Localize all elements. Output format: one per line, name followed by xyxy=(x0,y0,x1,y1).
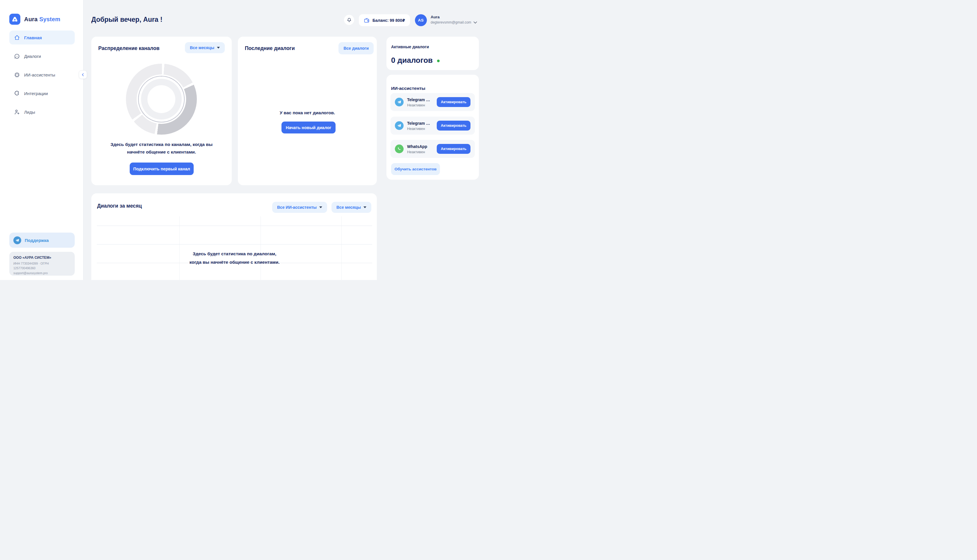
wallet-icon xyxy=(364,17,370,23)
main-content: Добрый вечер, Aura ! Баланс: 99 800₽ AS … xyxy=(83,0,488,280)
aura-logo-icon xyxy=(9,14,20,25)
donut-inner-core xyxy=(147,85,175,113)
all-dialogs-button[interactable]: Все диалоги xyxy=(338,42,373,54)
channels-months-filter[interactable]: Все месяцы xyxy=(185,42,225,53)
monthly-dialogs-card: Диалоги за месяц Все ИИ-ассистенты Все м… xyxy=(91,193,377,280)
sidebar-item-home[interactable]: Главная xyxy=(9,30,75,45)
active-dialogs-card: Активные диалоги 0 диалогов xyxy=(387,37,479,70)
activate-assistant-button[interactable]: Активировать xyxy=(437,97,470,107)
sidebar: Aura System Главная Диалоги ИИ-ассистент… xyxy=(0,0,83,280)
assistant-status: Неактивен xyxy=(407,103,430,107)
avatar: AS xyxy=(415,14,427,26)
brand-primary: Aura xyxy=(24,16,38,22)
caret-down-icon xyxy=(217,47,220,48)
assistants-card-title: ИИ-ассистенты xyxy=(391,86,425,91)
assistant-name: WhatsApp xyxy=(407,144,427,149)
profile-name: Aura xyxy=(431,15,477,19)
company-registration: ИНН 7730344399 · ОГРН 1257700496360 xyxy=(13,261,71,271)
status-dot-icon xyxy=(437,60,440,62)
start-new-dialog-button[interactable]: Начать новый диалог xyxy=(282,122,335,133)
active-dialogs-title: Активные диалоги xyxy=(391,45,429,49)
dialogs-empty-text: У вас пока нет диалогов. xyxy=(238,110,377,115)
assistant-row-telegram-2: Telegram … Неактивен Активировать xyxy=(390,117,475,135)
assistant-name: Telegram … xyxy=(407,121,430,126)
sidebar-nav: Главная Диалоги ИИ-ассистенты Интеграции xyxy=(9,30,75,123)
assistant-name: Telegram … xyxy=(407,97,430,102)
train-assistants-button[interactable]: Обучить ассистентов xyxy=(391,163,440,175)
assistant-row-telegram-1: Telegram … Неактивен Активировать xyxy=(390,93,475,111)
monthly-card-title: Диалоги за месяц xyxy=(97,203,142,209)
notifications-button[interactable] xyxy=(344,15,354,25)
sidebar-item-label: Интеграции xyxy=(24,91,48,96)
brand-secondary: System xyxy=(39,16,60,22)
bell-icon xyxy=(347,17,352,23)
telegram-icon xyxy=(395,98,403,107)
company-email: support@aurasystem.pro xyxy=(13,271,71,275)
whatsapp-icon xyxy=(395,145,403,153)
all-dialogs-button-label: Все диалоги xyxy=(343,46,369,51)
assistant-status: Неактивен xyxy=(407,127,430,131)
sidebar-item-leads[interactable]: Лиды xyxy=(9,105,75,119)
balance-button[interactable]: Баланс: 99 800₽ xyxy=(359,14,410,26)
user-profile-menu[interactable]: AS Aura degterevsmm@gmail.com xyxy=(415,14,477,26)
profile-email: degterevsmm@gmail.com xyxy=(431,20,471,25)
person-plus-icon xyxy=(14,109,20,115)
assistants-filter-label: Все ИИ-ассистенты xyxy=(277,205,317,210)
monthly-empty-text: Здесь будет статистика по диалогам, когд… xyxy=(97,250,372,266)
caret-down-icon xyxy=(319,207,322,208)
active-dialogs-count: 0 диалогов xyxy=(391,56,433,65)
channels-distribution-card: Распределение каналов Все месяцы Здесь б… xyxy=(91,37,232,185)
monthly-empty-line2: когда вы начнёте общение с клиентами. xyxy=(97,258,372,266)
activate-assistant-button[interactable]: Активировать xyxy=(437,121,470,130)
sidebar-item-assistants[interactable]: ИИ-ассистенты xyxy=(9,68,75,82)
chip-icon xyxy=(14,72,20,78)
sidebar-item-label: Лиды xyxy=(24,110,35,115)
channels-empty-line1: Здесь будет статистика по каналам, когда… xyxy=(97,141,227,148)
sidebar-item-label: Главная xyxy=(24,35,42,40)
assistant-row-whatsapp: WhatsApp Неактивен Активировать xyxy=(390,140,475,158)
company-name: ООО «АУРА СИСТЕМ» xyxy=(13,255,71,260)
caret-down-icon xyxy=(363,207,366,208)
puzzle-icon xyxy=(14,90,20,97)
sidebar-item-integrations[interactable]: Интеграции xyxy=(9,87,75,100)
months-filter-dropdown[interactable]: Все месяцы xyxy=(332,202,371,213)
telegram-icon xyxy=(13,237,21,244)
assistant-status: Неактивен xyxy=(407,150,427,154)
support-button[interactable]: Поддержка xyxy=(9,233,75,248)
support-label: Поддержка xyxy=(25,238,49,243)
sidebar-item-label: ИИ-ассистенты xyxy=(24,72,55,77)
channels-empty-line2: начнёте общение с клиентами. xyxy=(97,148,227,156)
channels-months-filter-label: Все месяцы xyxy=(190,45,214,50)
assistants-filter-dropdown[interactable]: Все ИИ-ассистенты xyxy=(272,202,327,213)
app-logo[interactable]: Aura System xyxy=(9,14,60,25)
assistants-list: Telegram … Неактивен Активировать Telegr… xyxy=(390,93,475,163)
monthly-empty-line1: Здесь будет статистика по диалогам, xyxy=(97,250,372,258)
balance-label: Баланс: 99 800₽ xyxy=(372,18,405,23)
sidebar-item-label: Диалоги xyxy=(24,54,41,59)
chat-icon xyxy=(14,53,20,59)
connect-first-channel-button[interactable]: Подключить первый канал xyxy=(130,163,193,175)
page-greeting: Добрый вечер, Aura ! xyxy=(91,16,163,23)
sidebar-collapse-button[interactable] xyxy=(79,70,87,79)
telegram-icon xyxy=(395,121,403,130)
app-wordmark: Aura System xyxy=(24,16,60,23)
profile-texts: Aura degterevsmm@gmail.com xyxy=(431,14,477,26)
chevron-left-icon xyxy=(81,73,85,77)
home-icon xyxy=(14,35,20,41)
recent-dialogs-card: Последние диалоги Все диалоги У вас пока… xyxy=(238,37,377,185)
dialogs-card-title: Последние диалоги xyxy=(245,45,295,52)
sidebar-item-dialogs[interactable]: Диалоги xyxy=(9,49,75,63)
chevron-down-icon xyxy=(473,21,477,24)
channels-donut-chart xyxy=(126,64,197,135)
activate-assistant-button[interactable]: Активировать xyxy=(437,144,470,154)
ai-assistants-card: ИИ-ассистенты Telegram … Неактивен Актив… xyxy=(387,75,479,180)
months-filter-label: Все месяцы xyxy=(337,205,361,210)
channels-card-title: Распределение каналов xyxy=(98,45,159,52)
company-info: ООО «АУРА СИСТЕМ» ИНН 7730344399 · ОГРН … xyxy=(9,252,75,276)
gridline-horizontal xyxy=(97,244,372,245)
channels-empty-text: Здесь будет статистика по каналам, когда… xyxy=(97,141,227,156)
